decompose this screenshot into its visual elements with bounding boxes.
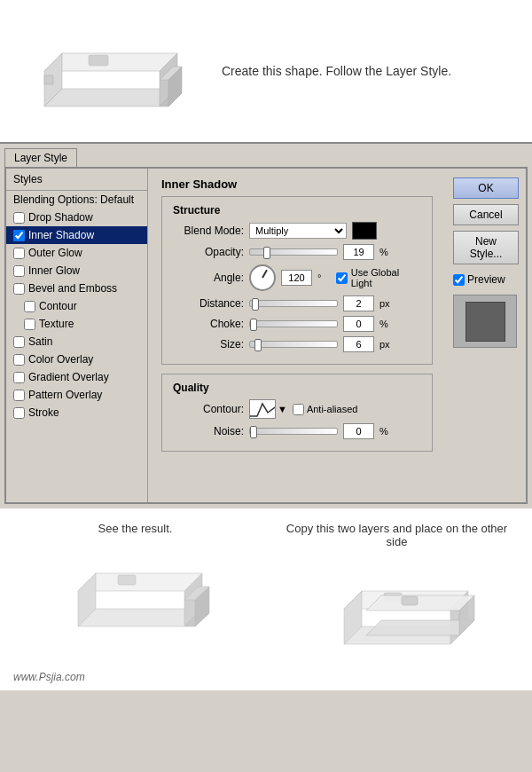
svg-marker-8: [44, 75, 53, 84]
global-light-label: Use Global Light: [351, 267, 421, 288]
satin-label: Satin: [28, 335, 52, 348]
choke-slider[interactable]: [249, 320, 338, 327]
opacity-input[interactable]: [343, 244, 374, 260]
style-color-overlay[interactable]: Color Overlay: [6, 351, 147, 368]
bottom-right-caption: Copy this two layers and place on the ot…: [279, 522, 514, 548]
styles-panel-header: Styles: [6, 169, 147, 191]
style-pattern-overlay[interactable]: Pattern Overlay: [6, 386, 147, 404]
anti-aliased-label: Anti-aliased: [307, 404, 357, 414]
noise-unit: %: [379, 426, 393, 437]
contour-label: Contour: [39, 300, 77, 312]
usb-shape-bottom-right: [317, 555, 477, 653]
new-style-button[interactable]: New Style...: [453, 231, 519, 264]
bottom-row: See the result. Copy: [18, 522, 514, 653]
color-overlay-checkbox[interactable]: [13, 354, 25, 366]
anti-aliased-checkbox[interactable]: [293, 404, 304, 415]
distance-row: Distance: px: [173, 295, 421, 311]
noise-slider[interactable]: [249, 428, 338, 435]
style-inner-glow[interactable]: Inner Glow: [6, 262, 147, 280]
bevel-emboss-checkbox[interactable]: [13, 283, 25, 295]
drop-shadow-label: Drop Shadow: [28, 211, 93, 224]
contour-checkbox[interactable]: [24, 301, 35, 312]
style-stroke[interactable]: Stroke: [6, 404, 147, 421]
inner-shadow-checkbox[interactable]: [13, 230, 25, 241]
contour-dropdown-arrow[interactable]: ▼: [278, 404, 287, 414]
size-input[interactable]: [343, 336, 374, 352]
opacity-row: Opacity: %: [173, 244, 421, 260]
texture-checkbox[interactable]: [24, 319, 35, 330]
choke-unit: %: [379, 319, 393, 329]
outer-glow-checkbox[interactable]: [13, 248, 25, 259]
inner-glow-checkbox[interactable]: [13, 265, 25, 277]
bevel-emboss-label: Bevel and Emboss: [28, 282, 117, 295]
angle-dial[interactable]: [249, 264, 276, 291]
quality-box: Quality Contour: ▼ Anti-alia: [161, 374, 433, 452]
styles-panel: Styles Blending Options: Default Drop Sh…: [6, 169, 148, 502]
distance-slider[interactable]: [249, 300, 338, 307]
contour-row: Contour: ▼ Anti-aliased: [173, 399, 421, 419]
svg-rect-7: [89, 55, 108, 66]
layer-style-dialog: Layer Style Styles Blending Options: Def…: [0, 142, 532, 504]
pattern-overlay-label: Pattern Overlay: [28, 389, 102, 401]
ok-button[interactable]: OK: [453, 177, 519, 199]
size-slider[interactable]: [249, 341, 338, 348]
drop-shadow-checkbox[interactable]: [13, 212, 25, 224]
preview-option: Preview: [453, 273, 519, 286]
noise-input[interactable]: [343, 423, 374, 439]
angle-label: Angle:: [173, 272, 244, 284]
noise-row: Noise: %: [173, 423, 421, 439]
distance-unit: px: [379, 298, 393, 309]
inner-shadow-label: Inner Shadow: [28, 229, 94, 241]
gradient-overlay-label: Gradient Overlay: [28, 371, 109, 383]
style-inner-shadow[interactable]: Inner Shadow: [6, 226, 147, 244]
inner-glow-label: Inner Glow: [28, 264, 80, 277]
svg-marker-22: [366, 620, 474, 635]
style-blending-options[interactable]: Blending Options: Default: [6, 191, 147, 209]
bottom-left-caption: See the result.: [98, 522, 173, 535]
blend-mode-select[interactable]: Multiply Normal Screen: [249, 223, 347, 239]
dialog-tab[interactable]: Layer Style: [4, 148, 77, 167]
angle-row: Angle: ° Use Global Light: [173, 264, 421, 291]
svg-rect-25: [402, 596, 418, 605]
quality-title: Quality: [173, 382, 421, 394]
structure-box: Structure Blend Mode: Multiply Normal Sc…: [161, 196, 433, 365]
stroke-checkbox[interactable]: [13, 407, 25, 419]
stroke-label: Stroke: [28, 406, 59, 419]
opacity-slider[interactable]: [249, 248, 338, 256]
svg-marker-11: [78, 573, 202, 591]
style-bevel-emboss[interactable]: Bevel and Emboss: [6, 280, 147, 297]
style-satin[interactable]: Satin: [6, 333, 147, 351]
bottom-right-col: Copy this two layers and place on the ot…: [279, 522, 514, 653]
global-light-checkbox[interactable]: [336, 272, 348, 284]
contour-thumbnail[interactable]: [249, 399, 276, 419]
style-outer-glow[interactable]: Outer Glow: [6, 244, 147, 262]
opacity-label: Opacity:: [173, 246, 244, 258]
global-light-option: Use Global Light: [336, 267, 421, 288]
svg-marker-0: [44, 89, 177, 106]
top-section: Create this shape. Follow the Layer Styl…: [0, 0, 532, 142]
blend-mode-row: Blend Mode: Multiply Normal Screen: [173, 222, 421, 240]
anti-aliased-option: Anti-aliased: [293, 404, 357, 415]
gradient-overlay-checkbox[interactable]: [13, 372, 25, 383]
structure-title: Structure: [173, 204, 421, 217]
distance-input[interactable]: [343, 295, 374, 311]
watermark-text: www.Psjia.com: [13, 671, 85, 683]
style-texture[interactable]: Texture: [6, 315, 147, 333]
texture-label: Texture: [39, 318, 74, 330]
preview-inner-swatch: [466, 302, 505, 342]
angle-input[interactable]: [281, 270, 312, 286]
svg-marker-2: [44, 53, 177, 71]
style-contour[interactable]: Contour: [6, 297, 147, 315]
satin-checkbox[interactable]: [13, 336, 25, 348]
choke-input[interactable]: [343, 316, 374, 332]
preview-checkbox[interactable]: [453, 274, 465, 286]
noise-label: Noise:: [173, 425, 244, 437]
blend-color-swatch[interactable]: [352, 222, 377, 240]
cancel-button[interactable]: Cancel: [453, 204, 519, 225]
pattern-overlay-checkbox[interactable]: [13, 390, 25, 401]
choke-row: Choke: %: [173, 316, 421, 332]
svg-marker-24: [366, 595, 474, 611]
size-unit: px: [379, 339, 393, 350]
style-gradient-overlay[interactable]: Gradient Overlay: [6, 368, 147, 386]
style-drop-shadow[interactable]: Drop Shadow: [6, 209, 147, 226]
